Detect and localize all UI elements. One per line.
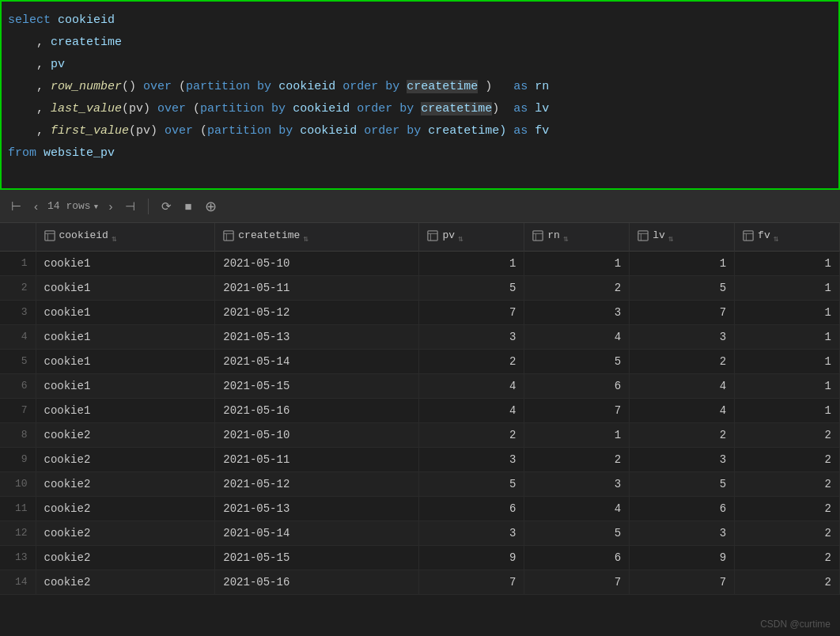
cell-cookieid: cookie1 [36,300,215,324]
cell-rn: 3 [524,300,630,324]
code-line: , row_number() over (partition by cookie… [8,76,832,98]
cell-cookieid: cookie1 [36,275,215,300]
cell-cookieid: cookie1 [36,251,215,275]
cell-cookieid: cookie2 [36,422,215,447]
cell-cookieid: cookie1 [36,324,215,349]
cell-rn: 5 [524,349,630,373]
table-row: 11cookie22021-05-136462 [0,496,840,521]
cell-rn: 7 [524,570,630,594]
cell-fv: 2 [735,521,840,545]
cell-createtime: 2021-05-16 [215,570,419,594]
format-button[interactable]: ⊕ [202,196,220,217]
cell-fv: 1 [735,324,840,349]
code-line: from website_pv [8,142,832,165]
row-num: 1 [0,251,36,275]
cell-pv: 4 [419,398,524,422]
cell-pv: 3 [419,521,524,545]
row-num: 14 [0,570,36,594]
cell-fv: 2 [735,496,840,521]
cell-pv: 3 [419,324,524,349]
row-num: 2 [0,275,36,300]
cell-fv: 2 [735,570,840,594]
cell-rn: 7 [524,398,630,422]
cell-lv: 3 [630,324,735,349]
cell-pv: 3 [419,447,524,471]
table-row: 14cookie22021-05-167772 [0,570,840,594]
stop-button[interactable]: ■ [181,198,195,214]
table-row: 7cookie12021-05-164741 [0,398,840,422]
cell-fv: 1 [735,251,840,275]
cell-fv: 1 [735,349,840,373]
svg-rect-9 [533,230,543,240]
col-header-pv[interactable]: pv⇅ [419,223,524,251]
cell-fv: 1 [735,373,840,398]
results-table-area: cookieid⇅createtime⇅pv⇅rn⇅lv⇅fv⇅ 1cookie… [0,223,840,595]
sql-editor[interactable]: select cookieid , createtime , pv , row_… [0,0,840,190]
svg-rect-15 [744,230,753,240]
col-header-cookieid[interactable]: cookieid⇅ [36,223,215,251]
table-row: 2cookie12021-05-115251 [0,275,840,300]
cell-lv: 4 [630,373,735,398]
cell-lv: 2 [630,422,735,447]
results-table: cookieid⇅createtime⇅pv⇅rn⇅lv⇅fv⇅ 1cookie… [0,223,840,595]
last-page-button[interactable]: ⊣ [122,198,138,215]
cell-cookieid: cookie2 [36,521,215,545]
cell-lv: 7 [630,570,735,594]
row-num: 3 [0,300,36,324]
table-row: 12cookie22021-05-143532 [0,521,840,545]
cell-fv: 2 [735,545,840,570]
cell-createtime: 2021-05-15 [215,373,419,398]
cell-lv: 5 [630,275,735,300]
cell-cookieid: cookie1 [36,349,215,373]
cell-pv: 2 [419,422,524,447]
row-num: 8 [0,422,36,447]
row-num: 12 [0,521,36,545]
table-row: 8cookie22021-05-102122 [0,422,840,447]
cell-pv: 7 [419,570,524,594]
cell-lv: 4 [630,398,735,422]
cell-cookieid: cookie1 [36,398,215,422]
cell-pv: 1 [419,251,524,275]
refresh-button[interactable]: ⟳ [158,198,175,215]
cell-lv: 2 [630,349,735,373]
cell-fv: 1 [735,398,840,422]
cell-lv: 5 [630,471,735,496]
code-line: , pv [8,54,832,76]
cell-pv: 5 [419,471,524,496]
table-row: 1cookie12021-05-101111 [0,251,840,275]
cell-cookieid: cookie1 [36,373,215,398]
col-header-lv[interactable]: lv⇅ [630,223,735,251]
dropdown-arrow-icon[interactable]: ▾ [93,200,100,213]
table-row: 5cookie12021-05-142521 [0,349,840,373]
cell-createtime: 2021-05-11 [215,275,419,300]
cell-createtime: 2021-05-16 [215,398,419,422]
cell-fv: 1 [735,275,840,300]
table-row: 6cookie12021-05-154641 [0,373,840,398]
results-toolbar: ⊢ ‹ 14 rows ▾ › ⊣ ⟳ ■ ⊕ [0,190,840,223]
cell-cookieid: cookie2 [36,496,215,521]
cell-lv: 3 [630,447,735,471]
cell-lv: 1 [630,251,735,275]
cell-pv: 9 [419,545,524,570]
cell-rn: 2 [524,447,630,471]
svg-rect-0 [44,230,54,240]
cell-createtime: 2021-05-13 [215,496,419,521]
table-row: 9cookie22021-05-113232 [0,447,840,471]
cell-pv: 4 [419,373,524,398]
cell-cookieid: cookie2 [36,447,215,471]
next-page-button[interactable]: › [105,198,115,214]
cell-rn: 6 [524,373,630,398]
prev-page-button[interactable]: ‹ [31,198,41,214]
cell-rn: 1 [524,251,630,275]
code-line: , createtime [8,32,832,54]
cell-rn: 4 [524,324,630,349]
col-header-fv[interactable]: fv⇅ [735,223,840,251]
first-page-button[interactable]: ⊢ [8,198,25,215]
cell-fv: 2 [735,447,840,471]
cell-fv: 1 [735,300,840,324]
col-header-rn[interactable]: rn⇅ [524,223,630,251]
cell-createtime: 2021-05-12 [215,471,419,496]
cell-rn: 4 [524,496,630,521]
col-header-createtime[interactable]: createtime⇅ [215,223,419,251]
col-header-num[interactable] [0,223,36,251]
